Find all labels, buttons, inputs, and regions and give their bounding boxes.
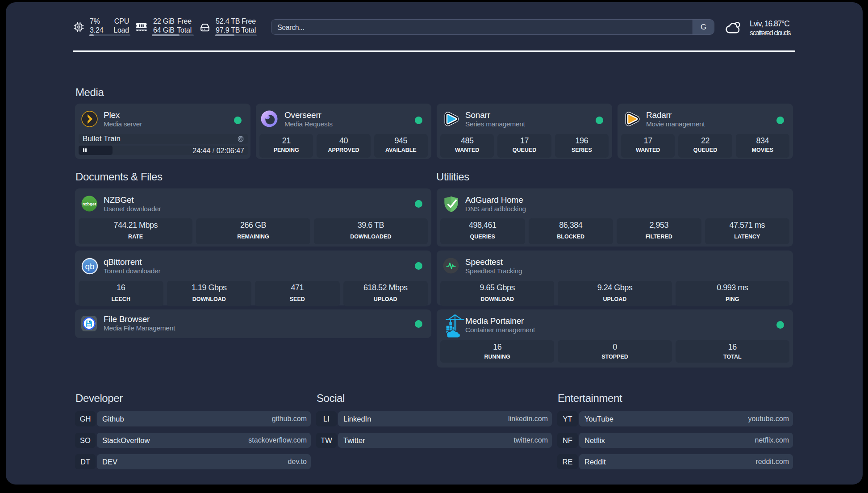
svg-text:qb: qb [85,262,94,271]
svg-text:nzbget: nzbget [83,201,96,206]
